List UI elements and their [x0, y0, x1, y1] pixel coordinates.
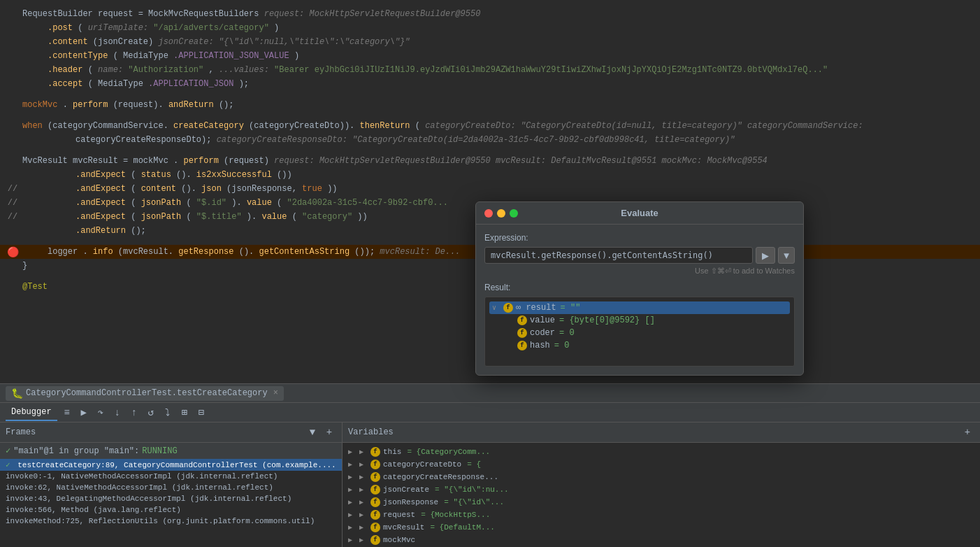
- var-type-icon-6: f: [370, 510, 380, 520]
- code-line-12: [0, 147, 980, 154]
- expression-history-btn[interactable]: ▼: [778, 247, 795, 264]
- var-expand-icon-9: ▶: [348, 511, 356, 519]
- result-child-hash[interactable]: f hash = 0: [489, 339, 790, 352]
- code-line-6: .accept ( MediaType .APPLICATION_JSON );: [0, 77, 980, 91]
- var-item-categoryCreateResponse[interactable]: ▶ ▶ f categoryCreateResponse...: [343, 471, 980, 483]
- window-minimize-btn[interactable]: [497, 209, 505, 218]
- toolbar-frames-btn[interactable]: ⊞: [178, 406, 192, 420]
- var-expand-icon-11: ▶: [348, 523, 356, 532]
- breakpoint-area-16: //: [6, 198, 20, 208]
- var-item-mvcResult[interactable]: ▶ ▶ f mvcResult = {DefaultM...: [343, 521, 980, 534]
- frame-item-0[interactable]: ✓ testCreateCategory:89, CategoryCommand…: [0, 459, 342, 471]
- var-value-jsonResponse: = "{\"id\"...: [444, 498, 504, 506]
- var-expand-icon-4: ▶: [359, 473, 368, 481]
- frame-item-5[interactable]: invokeMethod:725, ReflectionUtils (org.j…: [0, 516, 342, 527]
- var-name-request: request: [383, 511, 415, 519]
- var-expand-icon-8: ▶: [359, 498, 368, 506]
- result-child-coder[interactable]: f coder = 0: [489, 327, 790, 339]
- frame-label-5: invokeMethod:725, ReflectionUtils (org.j…: [6, 517, 315, 525]
- toolbar-step-out-btn[interactable]: ↑: [127, 406, 141, 420]
- toolbar-settings-btn[interactable]: ⊟: [194, 406, 208, 420]
- frame-item-4[interactable]: invoke:566, Method (java.lang.reflect): [0, 504, 342, 516]
- debug-tab-bar: 🐛 CategoryCommandControllerTest.testCrea…: [0, 383, 980, 403]
- filter-frames-btn[interactable]: ▼: [305, 425, 319, 439]
- frame-item-1[interactable]: invoke0:-1, NativeMethodAccessorImpl (jd…: [0, 471, 342, 482]
- result-root-name: ∞ result: [516, 303, 556, 313]
- debug-session-tab[interactable]: 🐛 CategoryCommandControllerTest.testCrea…: [6, 386, 284, 401]
- frame-item-3[interactable]: invoke:43, DelegatingMethodAccessorImpl …: [0, 493, 342, 504]
- result-root-item[interactable]: ∨ f ∞ result = "": [489, 301, 790, 314]
- result-child-hash-name: hash: [530, 341, 550, 350]
- code-content-10: when (categoryCommandService. createCate…: [20, 121, 980, 131]
- frame-item-2[interactable]: invoke:62, NativeMethodAccessorImpl (jdk…: [0, 482, 342, 493]
- var-item-jsonCreate[interactable]: ▶ ▶ f jsonCreate = "{\"id\":nu...: [343, 483, 980, 496]
- bottom-panel: Debugger ≡ ▶ ↷ ↓ ↑ ↺ ⤵ ⊞ ⊟ Frames ▼ + ✓: [0, 403, 980, 547]
- var-type-icon-7: f: [370, 523, 380, 532]
- code-content-4: .contentType ( MediaType .APPLICATION_JS…: [20, 51, 980, 61]
- result-type-icon-3: f: [517, 328, 527, 338]
- result-root-value: = "": [561, 303, 581, 313]
- result-child-value-name: value: [530, 315, 555, 325]
- variables-label: Variables: [348, 427, 394, 437]
- add-frames-btn[interactable]: +: [322, 425, 336, 439]
- var-value-this: = {CategoryComm...: [407, 448, 490, 456]
- toolbar-resume-btn[interactable]: ▶: [77, 406, 91, 420]
- var-expand-icon-7: ▶: [348, 498, 356, 506]
- window-maximize-btn[interactable]: [510, 209, 518, 218]
- expression-input[interactable]: [484, 247, 753, 264]
- var-item-this[interactable]: ▶ ▶ f this = {CategoryComm...: [343, 446, 980, 458]
- execution-arrow-icon: 🔴: [7, 246, 19, 258]
- code-content-15: .andExpect ( content (). json (jsonRespo…: [20, 184, 980, 194]
- var-type-icon-3: f: [370, 472, 380, 482]
- code-line-9: [0, 112, 980, 119]
- variables-list: ▶ ▶ f this = {CategoryComm... ▶ ▶ f cate…: [343, 443, 980, 547]
- result-type-icon-4: f: [517, 341, 527, 350]
- window-controls: [484, 209, 518, 218]
- var-item-categoryCreateDto[interactable]: ▶ ▶ f categoryCreateDto = {: [343, 458, 980, 471]
- code-line-10: when (categoryCommandService. createCate…: [0, 119, 980, 133]
- evaluate-body: Expression: ▶ ▼ Use ⇧⌘⏎ to add to Watche…: [476, 225, 803, 375]
- result-label: Result:: [484, 283, 795, 292]
- var-name-this: this: [383, 448, 401, 456]
- code-content-3: .content (jsonCreate) jsonCreate: "{\"id…: [20, 37, 980, 47]
- result-type-icon: f: [503, 303, 513, 313]
- frames-panel: Frames ▼ + ✓ "main"@1 in group "main": R…: [0, 422, 343, 547]
- run-expression-btn[interactable]: ▶: [756, 247, 775, 264]
- code-content-8: mockMvc . perform (request). andReturn (…: [20, 100, 980, 110]
- toolbar-step-into-btn[interactable]: ↓: [110, 406, 124, 420]
- result-child-value[interactable]: f value = {byte[0]@9592} []: [489, 314, 790, 327]
- evaluate-dialog-title: Evaluate: [621, 208, 658, 218]
- bottom-content: Frames ▼ + ✓ "main"@1 in group "main": R…: [0, 422, 980, 547]
- frame-label-4: invoke:566, Method (java.lang.reflect): [6, 506, 181, 514]
- var-type-icon-5: f: [370, 497, 380, 507]
- add-variable-btn[interactable]: +: [960, 425, 974, 439]
- var-value-mvcResult: = {DefaultM...: [430, 523, 494, 532]
- result-child-value-val: = {byte[0]@9592} []: [559, 315, 655, 325]
- code-content-5: .header ( name: "Authorization" , ...val…: [20, 65, 980, 75]
- code-content-14: .andExpect ( status (). is2xxSuccessful …: [20, 170, 980, 180]
- window-close-btn[interactable]: [484, 209, 493, 218]
- result-child-coder-val: = 0: [559, 328, 575, 338]
- tab-close-button[interactable]: ×: [273, 388, 278, 398]
- toolbar-menu-btn[interactable]: ≡: [60, 406, 74, 420]
- var-expand-icon-13: ▶: [348, 536, 356, 544]
- evaluate-dialog: Evaluate Expression: ▶ ▼ Use ⇧⌘⏎ to add …: [475, 201, 804, 376]
- toolbar-force-step-btn[interactable]: ⤵: [161, 406, 175, 420]
- code-line-11: categoryCreateResponseDto); categoryCrea…: [0, 133, 980, 147]
- toolbar-restart-btn[interactable]: ↺: [144, 406, 158, 420]
- var-item-request[interactable]: ▶ ▶ f request = {MockHttpS...: [343, 509, 980, 521]
- code-line-7: [0, 91, 980, 98]
- code-line-4: .contentType ( MediaType .APPLICATION_JS…: [0, 49, 980, 63]
- code-line-13: MvcResult mvcResult = mockMvc . perform …: [0, 154, 980, 168]
- debugger-tab[interactable]: Debugger: [6, 404, 57, 421]
- var-item-mockMvc[interactable]: ▶ ▶ f mockMvc: [343, 534, 980, 546]
- thread-label: "main"@1 in group "main":: [13, 446, 139, 456]
- result-expand-icon: ∨: [492, 304, 500, 312]
- var-item-jsonResponse[interactable]: ▶ ▶ f jsonResponse = "{\"id\"...: [343, 496, 980, 509]
- var-value-categoryCreateDto: = {: [467, 460, 481, 469]
- var-type-icon-8: f: [370, 535, 380, 545]
- var-expand-icon-3: ▶: [348, 473, 356, 481]
- toolbar-step-over-btn[interactable]: ↷: [94, 406, 108, 420]
- add-to-watches-hint: Use ⇧⌘⏎ to add to Watches: [484, 267, 795, 276]
- code-line-5: .header ( name: "Authorization" , ...val…: [0, 63, 980, 77]
